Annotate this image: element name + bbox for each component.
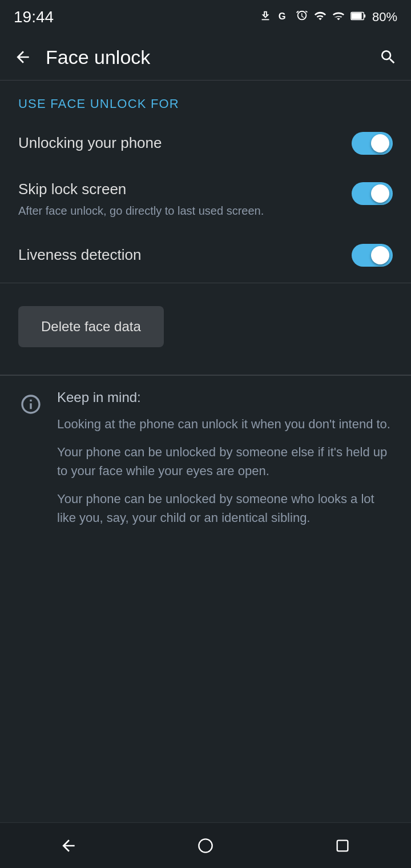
delete-section: Delete face data [0, 283, 411, 370]
settings-item-liveness[interactable]: Liveness detection [0, 232, 411, 278]
liveness-toggle[interactable] [352, 244, 393, 267]
content: USE FACE UNLOCK FOR Unlocking your phone… [0, 81, 411, 550]
search-button[interactable] [374, 43, 402, 71]
toggle-thumb-liveness [371, 246, 389, 264]
toggle-track [352, 132, 393, 155]
settings-item-text: Unlocking your phone [18, 134, 352, 153]
bottom-navigation [0, 822, 411, 868]
signal-icon [332, 10, 345, 25]
info-text-block: Keep in mind: Looking at the phone can u… [57, 389, 393, 536]
settings-item-skip-lock[interactable]: Skip lock screen After face unlock, go d… [0, 166, 411, 232]
settings-item-text-skip: Skip lock screen After face unlock, go d… [18, 180, 352, 219]
info-paragraph-3: Your phone can be unlocked by someone wh… [57, 489, 393, 527]
nav-home-button[interactable] [188, 829, 223, 863]
info-icon [18, 392, 43, 417]
toggle-thumb [371, 134, 389, 152]
svg-rect-5 [337, 840, 348, 851]
svg-rect-2 [364, 14, 365, 18]
section-label: USE FACE UNLOCK FOR [0, 81, 411, 120]
svg-point-4 [199, 839, 212, 852]
svg-text:G: G [279, 10, 286, 21]
info-section: Keep in mind: Looking at the phone can u… [0, 375, 411, 550]
settings-item-text-liveness: Liveness detection [18, 246, 352, 265]
skip-lock-subtitle: After face unlock, go directly to last u… [18, 203, 352, 219]
svg-rect-3 [352, 13, 362, 19]
settings-item-unlock-phone[interactable]: Unlocking your phone [0, 120, 411, 166]
page-title: Face unlock [46, 46, 365, 69]
status-time: 19:44 [14, 8, 54, 26]
toolbar: Face unlock [0, 34, 411, 80]
download-icon [259, 10, 272, 25]
info-title: Keep in mind: [57, 389, 393, 405]
info-paragraph-1: Looking at the phone can unlock it when … [57, 415, 393, 433]
back-button[interactable] [9, 43, 37, 71]
wifi-icon [314, 10, 327, 25]
nav-back-button[interactable] [51, 829, 86, 863]
toggle-track-liveness [352, 244, 393, 267]
toggle-thumb-skip [371, 184, 389, 203]
battery-icon [350, 10, 366, 25]
skip-lock-title: Skip lock screen [18, 180, 352, 199]
alarm-icon [296, 10, 308, 25]
info-paragraph-2: Your phone can be unlocked by someone el… [57, 443, 393, 480]
delete-face-data-button[interactable]: Delete face data [18, 306, 164, 347]
toggle-track-skip [352, 182, 393, 205]
skip-lock-toggle[interactable] [352, 182, 393, 205]
unlock-phone-title: Unlocking your phone [18, 134, 352, 153]
battery-percent: 80% [372, 10, 397, 25]
nav-recents-button[interactable] [325, 829, 360, 863]
google-icon: G [277, 10, 290, 25]
status-icons: G 80% [259, 10, 397, 25]
unlock-phone-toggle[interactable] [352, 132, 393, 155]
status-bar: 19:44 G 80% [0, 0, 411, 34]
liveness-title: Liveness detection [18, 246, 352, 265]
